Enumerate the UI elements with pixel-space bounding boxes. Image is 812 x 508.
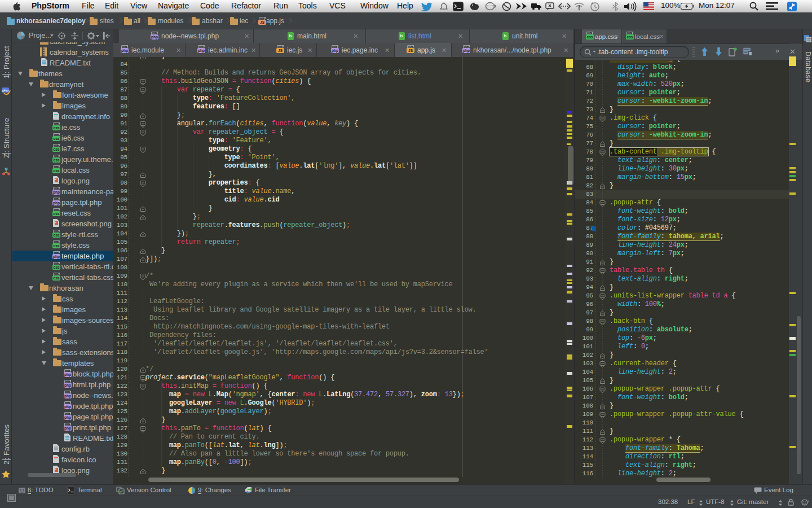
svg-text:php: php	[2, 89, 8, 92]
